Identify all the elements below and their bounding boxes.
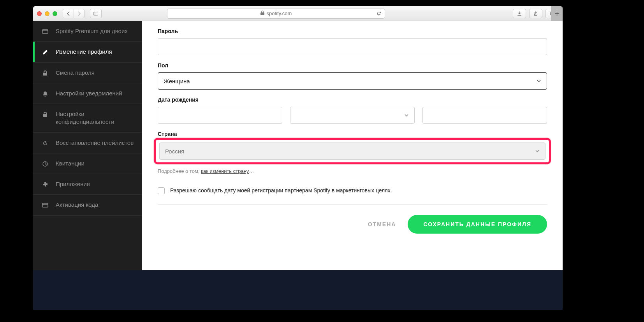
svg-rect-0 <box>93 12 98 15</box>
sidebar-item-receipts[interactable]: Квитанции <box>33 153 142 174</box>
window-controls <box>37 11 57 16</box>
puzzle-icon <box>42 181 49 188</box>
form-divider <box>158 204 547 205</box>
svg-rect-7 <box>42 203 48 207</box>
dob-label: Дата рождения <box>158 97 547 103</box>
gender-select[interactable]: Женщина <box>158 72 547 90</box>
downloads-button[interactable] <box>513 9 526 18</box>
sidebar-item-label: Смена пароля <box>56 69 95 77</box>
dob-row <box>158 107 547 124</box>
sidebar-toggle-button[interactable] <box>90 9 102 18</box>
gender-label: Пол <box>158 62 547 69</box>
lock-icon <box>42 70 49 77</box>
share-button[interactable] <box>529 9 542 18</box>
minimize-window-button[interactable] <box>45 11 49 16</box>
country-value: Россия <box>165 148 184 155</box>
chevron-down-icon <box>537 78 541 84</box>
form-actions: ОТМЕНА СОХРАНИТЬ ДАННЫЕ ПРОФИЛЯ <box>158 215 547 234</box>
consent-row: Разрешаю сообщать дату моей регистрации … <box>158 187 547 194</box>
country-select[interactable]: Россия <box>159 143 545 160</box>
page-bottom-gap <box>142 270 563 310</box>
close-window-button[interactable] <box>37 11 42 16</box>
sidebar-item-label: Изменение профиля <box>56 48 112 56</box>
browser-window: spotify.com + Spotify Premium для двоих <box>33 6 563 310</box>
sidebar-item-label: Приложения <box>56 180 90 188</box>
lock-icon <box>260 11 264 16</box>
clock-icon <box>42 160 49 167</box>
save-button[interactable]: СОХРАНИТЬ ДАННЫЕ ПРОФИЛЯ <box>408 215 547 234</box>
sidebar-item-redeem[interactable]: Активация кода <box>33 195 142 215</box>
gender-value: Женщина <box>164 78 190 84</box>
cancel-button[interactable]: ОТМЕНА <box>368 221 396 227</box>
profile-form: Пароль Пол Женщина Дата рождения <box>142 21 563 270</box>
card-icon <box>42 202 49 209</box>
page: Spotify Premium для двоих Изменение проф… <box>33 21 563 310</box>
sidebar-item-restore-playlists[interactable]: Восстановление плейлистов <box>33 133 142 153</box>
country-help-text: Подробнее о том, как изменить страну… <box>158 168 547 174</box>
sidebar-item-label: Восстановление плейлистов <box>56 139 134 147</box>
sidebar-item-edit-profile[interactable]: Изменение профиля <box>33 42 142 62</box>
sidebar-item-premium-duo[interactable]: Spotify Premium для двоих <box>33 21 142 42</box>
sidebar-item-label: Настройки уведомлений <box>56 90 122 97</box>
restore-icon <box>42 140 49 147</box>
country-highlight-wrap: Россия <box>158 141 547 161</box>
sidebar-item-change-password[interactable]: Смена пароля <box>33 63 142 83</box>
bell-icon <box>42 90 49 97</box>
address-bar[interactable]: spotify.com <box>167 9 385 19</box>
account-sidebar: Spotify Premium для двоих Изменение проф… <box>33 21 142 270</box>
pencil-icon <box>42 49 49 56</box>
sidebar-item-label: Spotify Premium для двоих <box>56 27 128 35</box>
dob-month-select[interactable] <box>290 107 415 124</box>
sidebar-item-label: Настройки конфиденциальности <box>56 110 134 126</box>
consent-text: Разрешаю сообщать дату моей регистрации … <box>170 187 392 194</box>
back-button[interactable] <box>63 9 74 18</box>
lock-icon <box>42 111 49 118</box>
dob-year-input[interactable] <box>422 107 547 124</box>
address-host: spotify.com <box>267 11 292 16</box>
sidebar-item-label: Активация кода <box>56 201 98 209</box>
sidebar-item-privacy[interactable]: Настройки конфиденциальности <box>33 104 142 133</box>
sidebar-item-apps[interactable]: Приложения <box>33 174 142 195</box>
new-tab-button[interactable]: + <box>551 6 563 21</box>
refresh-button[interactable] <box>376 11 382 18</box>
chevron-down-icon <box>404 112 409 119</box>
maximize-window-button[interactable] <box>53 11 57 16</box>
nav-buttons <box>63 9 84 18</box>
forward-button[interactable] <box>74 9 84 18</box>
change-country-link[interactable]: как изменить страну <box>201 168 249 174</box>
password-label: Пароль <box>158 28 547 34</box>
password-input[interactable] <box>158 38 547 55</box>
sidebar-item-notifications[interactable]: Настройки уведомлений <box>33 83 142 104</box>
browser-titlebar: spotify.com + <box>33 6 563 21</box>
chevron-down-icon <box>535 148 540 155</box>
content-wrap: Пароль Пол Женщина Дата рождения <box>142 21 563 310</box>
sidebar-item-label: Квитанции <box>56 160 84 167</box>
svg-rect-4 <box>42 30 48 33</box>
consent-checkbox[interactable] <box>158 187 165 194</box>
country-label: Страна <box>158 131 547 137</box>
dob-day-input[interactable] <box>158 107 282 124</box>
card-icon <box>42 28 49 35</box>
